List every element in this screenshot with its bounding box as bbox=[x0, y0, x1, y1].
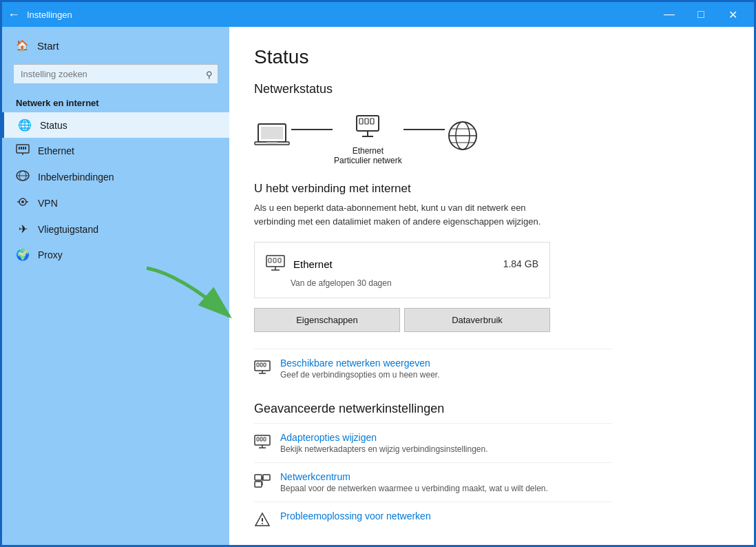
sidebar-item-vpn[interactable]: VPN bbox=[2, 190, 229, 216]
ethernet-diagram-label: Ethernet Particulier netwerk bbox=[334, 146, 402, 165]
minimize-button[interactable]: — bbox=[653, 2, 685, 27]
svg-rect-37 bbox=[264, 363, 266, 367]
ethernet-label: Ethernet bbox=[38, 145, 74, 156]
probleemoplossing-item[interactable]: Probleemoplossing voor netwerken bbox=[254, 502, 612, 541]
probleemoplossing-text: Probleemoplossing voor netwerken bbox=[280, 510, 431, 523]
svg-rect-18 bbox=[359, 118, 363, 124]
inbel-label: Inbelverbindingen bbox=[38, 172, 114, 183]
inbel-icon bbox=[16, 170, 30, 184]
page-title: Status bbox=[254, 46, 729, 68]
adapter-desc: Bekijk netwerkadapters en wijzig verbind… bbox=[280, 444, 488, 454]
eth-card-icon bbox=[266, 252, 285, 276]
beschikbare-title: Beschikbare netwerken weergeven bbox=[280, 358, 439, 369]
settings-window: ← Instellingen — □ ✕ 🏠 Start ⚲ Netwerk e… bbox=[2, 2, 754, 545]
ethernet-card: Ethernet 1.84 GB Van de afgelopen 30 dag… bbox=[254, 242, 550, 298]
laptop-diagram-item bbox=[254, 121, 290, 154]
svg-rect-31 bbox=[278, 258, 281, 262]
home-icon: 🏠 bbox=[16, 39, 29, 52]
window-body: 🏠 Start ⚲ Netwerk en internet 🌐 Status bbox=[2, 27, 754, 545]
svg-rect-48 bbox=[255, 482, 262, 487]
titlebar-left: ← Instellingen bbox=[8, 8, 72, 22]
svg-rect-20 bbox=[370, 118, 374, 124]
svg-rect-19 bbox=[365, 118, 368, 124]
svg-rect-41 bbox=[257, 437, 259, 441]
netwerkcentrum-desc: Bepaal voor de netwerken waarmee u verbi… bbox=[280, 484, 548, 493]
eth-card-left: Ethernet bbox=[266, 252, 333, 276]
globe-icon bbox=[446, 119, 479, 156]
svg-rect-42 bbox=[260, 437, 262, 441]
back-button[interactable]: ← bbox=[8, 8, 20, 22]
adapteropties-item[interactable]: Adapteropties wijzigen Bekijk netwerkada… bbox=[254, 423, 612, 462]
svg-rect-17 bbox=[357, 116, 379, 131]
sidebar-item-status[interactable]: 🌐 Status bbox=[2, 112, 229, 138]
svg-rect-29 bbox=[269, 258, 271, 262]
probleemoplossing-title: Probleemoplossing voor netwerken bbox=[280, 510, 431, 522]
eth-card-size: 1.84 GB bbox=[503, 258, 538, 269]
svg-rect-36 bbox=[260, 363, 262, 367]
svg-point-54 bbox=[262, 523, 263, 524]
ethernet-box-icon bbox=[355, 110, 380, 143]
beschikbare-text: Beschikbare netwerken weergeven Geef de … bbox=[280, 358, 439, 380]
search-input[interactable] bbox=[13, 64, 218, 84]
ethernet-icon bbox=[16, 144, 30, 158]
laptop-icon bbox=[254, 121, 290, 154]
vpn-label: VPN bbox=[38, 198, 58, 209]
close-button[interactable]: ✕ bbox=[717, 2, 748, 27]
start-label: Start bbox=[37, 40, 59, 52]
svg-point-12 bbox=[21, 200, 24, 203]
network-diagram: Ethernet Particulier netwerk bbox=[254, 110, 729, 165]
svg-rect-16 bbox=[266, 142, 277, 143]
button-row: Eigenschappen Dataverbruik bbox=[254, 308, 550, 332]
adapter-icon bbox=[254, 433, 271, 454]
network-status-title: Netwerkstatus bbox=[254, 82, 729, 96]
svg-rect-28 bbox=[266, 256, 284, 267]
advanced-title: Geavanceerde netwerkinstellingen bbox=[254, 402, 729, 416]
svg-rect-46 bbox=[255, 475, 262, 480]
maximize-button[interactable]: □ bbox=[685, 2, 717, 27]
sidebar-section-title: Netwerk en internet bbox=[2, 92, 229, 112]
connection-desc: Als u een beperkt data-abonnement hebt, … bbox=[254, 201, 543, 228]
eth-card-top: Ethernet 1.84 GB bbox=[266, 252, 538, 276]
sidebar-item-proxy[interactable]: 🌍 Proxy bbox=[2, 242, 229, 267]
sidebar-item-start[interactable]: 🏠 Start bbox=[2, 32, 229, 59]
diagram-inner: Ethernet Particulier netwerk bbox=[254, 110, 479, 165]
adapter-title: Adapteropties wijzigen bbox=[280, 432, 488, 443]
titlebar-controls: — □ ✕ bbox=[653, 2, 748, 27]
sidebar-item-inbelverbindingen[interactable]: Inbelverbindingen bbox=[2, 164, 229, 190]
search-container: ⚲ bbox=[13, 64, 218, 84]
netwerkcentrum-icon bbox=[254, 473, 271, 493]
beschikbare-netwerken-item[interactable]: Beschikbare netwerken weergeven Geef de … bbox=[254, 349, 612, 388]
svg-rect-43 bbox=[264, 437, 266, 441]
sidebar-item-vliegtuigstand[interactable]: ✈ Vliegtuigstand bbox=[2, 216, 229, 242]
vliegtuig-icon: ✈ bbox=[16, 223, 30, 236]
svg-rect-30 bbox=[273, 258, 276, 262]
svg-rect-47 bbox=[263, 475, 270, 480]
connection-heading: U hebt verbinding met internet bbox=[254, 182, 729, 196]
vpn-icon bbox=[16, 196, 30, 210]
netwerkcentrum-text: Netwerkcentrum Bepaal voor de netwerken … bbox=[280, 471, 548, 493]
content-pane: Status Netwerkstatus bbox=[229, 27, 754, 545]
eth-card-name: Ethernet bbox=[293, 258, 333, 270]
svg-rect-2 bbox=[21, 147, 22, 149]
probleemoplossing-icon bbox=[254, 512, 271, 533]
status-icon: 🌐 bbox=[18, 118, 32, 132]
proxy-label: Proxy bbox=[38, 249, 63, 260]
eigenschappen-button[interactable]: Eigenschappen bbox=[254, 308, 400, 332]
beschikbare-desc: Geef de verbindingsopties om u heen weer… bbox=[280, 370, 439, 380]
search-icon: ⚲ bbox=[206, 69, 213, 79]
svg-rect-4 bbox=[25, 147, 26, 149]
status-label: Status bbox=[40, 120, 67, 131]
line-1 bbox=[291, 129, 333, 130]
titlebar: ← Instellingen — □ ✕ bbox=[2, 2, 754, 27]
svg-rect-3 bbox=[23, 147, 24, 149]
netwerkcentrum-title: Netwerkcentrum bbox=[280, 471, 548, 482]
netwerkcentrum-item[interactable]: Netwerkcentrum Bepaal voor de netwerken … bbox=[254, 462, 612, 502]
globe-diagram-item bbox=[446, 119, 479, 156]
ethernet-diagram-item: Ethernet Particulier netwerk bbox=[334, 110, 402, 165]
dataverbruik-button[interactable]: Dataverbruik bbox=[404, 308, 550, 332]
titlebar-title: Instellingen bbox=[27, 10, 72, 20]
proxy-icon: 🌍 bbox=[16, 248, 30, 261]
sidebar-item-ethernet[interactable]: Ethernet bbox=[2, 138, 229, 164]
svg-rect-14 bbox=[261, 127, 283, 139]
adapter-text: Adapteropties wijzigen Bekijk netwerkada… bbox=[280, 432, 488, 454]
